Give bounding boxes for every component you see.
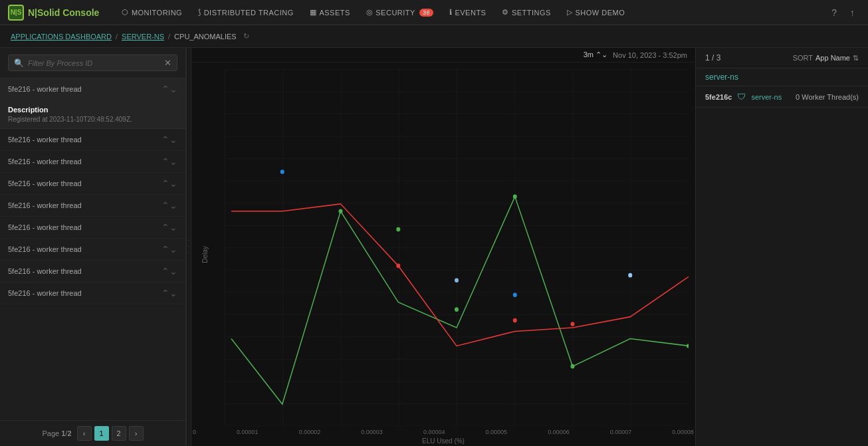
breadcrumb-refresh-icon[interactable]: ↻	[243, 32, 249, 41]
process-label: 5fe216 - worker thread	[8, 158, 82, 166]
chevron-icon: ⌃⌄	[162, 134, 177, 145]
navbar: N|S N|Solid Console ⬡ MONITORING ⟆ DISTR…	[0, 0, 868, 25]
x-axis-label: ELU Used (%)	[422, 437, 465, 445]
chevron-icon: ⌃⌄	[162, 266, 177, 277]
shield-icon: 🛡	[737, 92, 746, 102]
user-menu-button[interactable]: ↑	[845, 5, 860, 21]
nav-settings[interactable]: ⚙ SETTINGS	[495, 5, 558, 19]
breadcrumb-sep-1: /	[116, 33, 118, 41]
svg-point-19	[455, 307, 459, 312]
app-logo[interactable]: N|S N|Solid Console	[8, 5, 99, 21]
x-tick: 0.00001	[237, 429, 259, 435]
svg-point-29	[628, 273, 632, 278]
list-item[interactable]: 5fe216 - worker thread ⌃⌄	[0, 239, 185, 261]
search-input[interactable]	[28, 59, 160, 67]
list-item[interactable]: 5fe216 - worker thread ⌃⌄	[0, 217, 185, 239]
nav-security-label: SECURITY	[376, 9, 415, 17]
chevron-icon: ⌃⌄	[162, 84, 177, 94]
assets-icon: ▦	[310, 8, 317, 17]
breadcrumb-server-ns[interactable]: SERVER-NS	[122, 33, 164, 41]
sidebar: 🔍 ✕ 5fe216 - worker thread ⌃⌄ Descriptio…	[0, 48, 186, 446]
x-tick: 0.00007	[610, 429, 632, 435]
page-2-button[interactable]: 2	[112, 426, 126, 441]
nav-assets[interactable]: ▦ ASSETS	[303, 5, 357, 19]
svg-point-26	[571, 322, 575, 326]
x-tick: 0.00006	[548, 429, 570, 435]
process-namespace[interactable]: server-ns	[751, 93, 782, 101]
process-row: 5fe216c 🛡 server-ns 0 Worker Thread(s)	[696, 86, 868, 108]
svg-point-24	[455, 279, 459, 283]
pagination: Page 1/2 ‹ 1 2 ›	[0, 420, 185, 446]
search-clear-button[interactable]: ✕	[164, 58, 171, 68]
chevron-icon: ⌃⌄	[162, 178, 177, 189]
search-icon: 🔍	[14, 58, 24, 68]
page-1-button[interactable]: 1	[94, 426, 109, 441]
process-label: 5fe216 - worker thread	[8, 85, 82, 93]
nav-events-label: EVENTS	[455, 9, 486, 17]
list-item[interactable]: 5fe216 - worker thread ⌃⌄	[0, 129, 185, 151]
next-page-button[interactable]: ›	[129, 426, 144, 441]
description-title: Description	[8, 106, 177, 114]
chevron-icon: ⌃⌄	[162, 288, 177, 298]
sort-control[interactable]: SORT App Name ⇅	[793, 54, 859, 62]
nav-distributed-tracing[interactable]: ⟆ DISTRIBUTED TRACING	[191, 5, 300, 19]
breadcrumb-sep-2: /	[168, 33, 170, 41]
process-label: 5fe216 - worker thread	[8, 289, 82, 297]
nav-assets-label: ASSETS	[319, 9, 350, 17]
prev-page-button[interactable]: ‹	[77, 426, 92, 441]
right-panel: 1 / 3 SORT App Name ⇅ server-ns 5fe216c …	[695, 48, 868, 446]
nav-show-demo-label: SHOW DEMO	[575, 9, 625, 17]
security-icon: ◎	[366, 8, 374, 17]
nav-show-demo[interactable]: ▷ SHOW DEMO	[560, 5, 631, 19]
chart-area: 3m ⌃⌄ Nov 10, 2023 - 3:52pm Delay 300 ms…	[191, 48, 695, 446]
events-icon: ℹ	[449, 8, 453, 17]
description-text: Registered at 2023-11-10T20:48:52.409Z.	[8, 116, 177, 123]
chevron-icon: ⌃⌄	[162, 244, 177, 255]
chevron-icon: ⌃⌄	[162, 222, 177, 233]
monitoring-icon: ⬡	[122, 8, 129, 17]
nav-settings-label: SETTINGS	[512, 9, 551, 17]
nav-monitoring[interactable]: ⬡ MONITORING	[115, 5, 189, 19]
resize-handle[interactable]: · · ·	[186, 48, 191, 446]
result-count: 1 / 3	[705, 53, 720, 62]
list-item[interactable]: 5fe216 - worker thread ⌃⌄	[0, 173, 185, 195]
chart-header: 3m ⌃⌄ Nov 10, 2023 - 3:52pm	[191, 48, 695, 62]
svg-rect-0	[225, 69, 689, 426]
x-tick: 0.00002	[299, 429, 321, 435]
process-label: 5fe216 - worker thread	[8, 267, 82, 275]
chart-wrapper: Delay 300 ms 280 ms 260 ms 240 ms 220 ms…	[191, 62, 695, 446]
list-item[interactable]: 5fe216 - worker thread ⌃⌄	[0, 282, 185, 304]
breadcrumb: APPLICATIONS DASHBOARD / SERVER-NS / CPU…	[0, 25, 868, 48]
svg-point-21	[571, 364, 575, 369]
breadcrumb-applications-dashboard[interactable]: APPLICATIONS DASHBOARD	[11, 33, 112, 41]
svg-point-25	[513, 318, 517, 323]
y-axis-label: Delay	[201, 246, 209, 263]
x-tick: 0.00008	[672, 429, 694, 435]
logo-icon: N|S	[8, 5, 24, 21]
security-badge: 36	[419, 9, 433, 17]
distributed-tracing-icon: ⟆	[198, 8, 201, 17]
list-item[interactable]: 5fe216 - worker thread ⌃⌄	[0, 195, 185, 217]
breadcrumb-cpu-anomalies: CPU_ANOMALIES	[174, 33, 237, 41]
process-label: 5fe216 - worker thread	[8, 136, 82, 144]
process-label: 5fe216 - worker thread	[8, 179, 82, 187]
help-button[interactable]: ?	[826, 5, 842, 21]
chart-time-range[interactable]: 3m ⌃⌄	[584, 51, 607, 59]
process-label: 5fe216 - worker thread	[8, 201, 82, 209]
list-item[interactable]: 5fe216 - worker thread ⌃⌄	[0, 151, 185, 173]
main-layout: 🔍 ✕ 5fe216 - worker thread ⌃⌄ Descriptio…	[0, 48, 868, 446]
chart-time-info: 3m ⌃⌄ Nov 10, 2023 - 3:52pm	[584, 51, 687, 59]
sort-value: App Name	[815, 54, 850, 62]
sort-icon: ⇅	[853, 54, 859, 62]
list-item[interactable]: 5fe216 - worker thread ⌃⌄	[0, 261, 185, 282]
x-tick: 0	[193, 429, 196, 435]
svg-point-17	[339, 209, 343, 213]
list-item[interactable]: 5fe216 - worker thread ⌃⌄	[0, 78, 185, 100]
process-id: 5fe216c	[705, 93, 732, 101]
app-title: N|Solid Console	[28, 7, 99, 18]
nav-security[interactable]: ◎ SECURITY 36	[360, 5, 440, 19]
svg-point-28	[513, 292, 517, 297]
chart-timestamp: Nov 10, 2023 - 3:52pm	[613, 51, 687, 59]
nav-monitoring-label: MONITORING	[132, 9, 182, 17]
nav-events[interactable]: ℹ EVENTS	[443, 5, 493, 19]
